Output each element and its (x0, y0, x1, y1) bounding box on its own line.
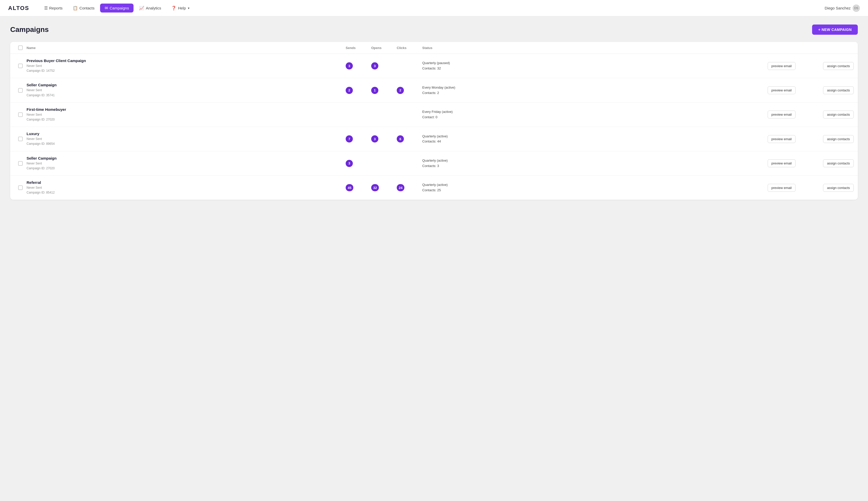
campaign-id-1: Campaign ID: 35741 (26, 93, 346, 98)
avatar: DS (853, 4, 860, 12)
opens-cell-1: 1 (371, 87, 397, 94)
campaign-id-0: Campaign ID: 14752 (26, 68, 346, 73)
status-cell-0: Quarterly (paused) Contacts: 32 (422, 61, 741, 71)
campaign-name-5: Referral (26, 180, 346, 185)
nav-item-analytics[interactable]: 📈 Analytics (134, 3, 166, 12)
preview-email-button-1[interactable]: preview email (768, 86, 795, 94)
select-all-checkbox[interactable] (18, 45, 23, 50)
sends-badge-5: 45 (346, 184, 353, 191)
nav-item-help[interactable]: ❓ Help ▾ (167, 3, 194, 12)
status-line1-1: Every Monday (active) (422, 85, 741, 90)
campaign-name-4: Seller Campaign (26, 156, 346, 160)
clicks-cell-1: 2 (397, 87, 422, 94)
nav-item-campaigns[interactable]: ✉ Campaigns (100, 3, 133, 12)
assign-contacts-button-4[interactable]: assign contacts (823, 159, 854, 167)
status-line1-2: Every Friday (active) (422, 109, 741, 115)
opens-cell-5: 32 (371, 184, 397, 191)
status-line2-3: Contacts: 44 (422, 139, 741, 144)
sends-badge-0: 3 (346, 62, 353, 70)
clicks-cell-3: 6 (397, 135, 422, 142)
page-title: Campaigns (10, 25, 49, 34)
opens-badge-1: 1 (371, 87, 378, 94)
status-cell-4: Quarterly (active) Contacts: 3 (422, 158, 741, 169)
opens-badge-5: 32 (371, 184, 379, 191)
status-line1-3: Quarterly (active) (422, 134, 741, 139)
preview-email-button-3[interactable]: preview email (768, 135, 795, 143)
table-row: Previous Buyer Client Campaign Never Sen… (10, 54, 858, 78)
new-campaign-button[interactable]: + NEW CAMPAIGN (812, 24, 858, 35)
preview-email-button-0[interactable]: preview email (768, 62, 795, 70)
row-checkbox-5[interactable] (18, 185, 23, 190)
reports-icon: ☰ (44, 6, 48, 10)
campaign-info-2: First-time Homebuyer Never Sent Campaign… (26, 107, 346, 122)
assign-contacts-button-1[interactable]: assign contacts (823, 86, 854, 94)
status-line2-4: Contacts: 3 (422, 163, 741, 169)
clicks-badge-1: 2 (397, 87, 404, 94)
assign-contacts-button-2[interactable]: assign contacts (823, 110, 854, 118)
assign-contacts-button-0[interactable]: assign contacts (823, 62, 854, 70)
col-name: Name (26, 46, 346, 50)
chevron-down-icon: ▾ (188, 7, 189, 10)
nav-label-campaigns: Campaigns (109, 6, 129, 10)
campaign-id-4: Campaign ID: 27020 (26, 166, 346, 171)
table-header-row: Name Sends Opens Clicks Status (10, 42, 858, 54)
status-line1-0: Quarterly (paused) (422, 61, 741, 66)
sends-cell-5: 45 (346, 184, 371, 191)
nav-item-reports[interactable]: ☰ Reports (40, 3, 67, 12)
campaign-id-5: Campaign ID: 85412 (26, 190, 346, 195)
campaign-info-3: Luxury Never Sent Campaign ID: 89654 (26, 131, 346, 146)
campaign-sub1-1: Never Sent (26, 88, 346, 93)
nav-links: ☰ Reports 📋 Contacts ✉ Campaigns 📈 Analy… (40, 3, 825, 12)
row-checkbox-4[interactable] (18, 161, 23, 166)
table-row: First-time Homebuyer Never Sent Campaign… (10, 103, 858, 127)
nav-label-contacts: Contacts (79, 6, 95, 10)
sends-cell-3: 7 (346, 135, 371, 142)
sends-badge-1: 2 (346, 87, 353, 94)
col-clicks: Clicks (397, 46, 422, 50)
nav-label-reports: Reports (49, 6, 63, 10)
assign-contacts-button-3[interactable]: assign contacts (823, 135, 854, 143)
nav-label-analytics: Analytics (146, 6, 161, 10)
row-checkbox-3[interactable] (18, 137, 23, 141)
status-line1-4: Quarterly (active) (422, 158, 741, 163)
campaign-info-1: Seller Campaign Never Sent Campaign ID: … (26, 83, 346, 97)
page-header: Campaigns + NEW CAMPAIGN (10, 24, 858, 35)
opens-cell-3: 3 (371, 135, 397, 142)
col-status: Status (422, 46, 741, 50)
table-row: Referral Never Sent Campaign ID: 85412 4… (10, 176, 858, 200)
preview-email-button-2[interactable]: preview email (768, 110, 795, 118)
sends-badge-3: 7 (346, 135, 353, 142)
row-checkbox-0[interactable] (18, 64, 23, 68)
status-cell-5: Quarterly (active) Contacts: 25 (422, 182, 741, 193)
help-icon: ❓ (171, 6, 176, 10)
clicks-badge-5: 24 (397, 184, 404, 191)
table-row: Seller Campaign Never Sent Campaign ID: … (10, 151, 858, 176)
user-menu[interactable]: Diego Sanchez DS (825, 4, 860, 12)
campaigns-icon: ✉ (105, 6, 108, 10)
row-checkbox-2[interactable] (18, 113, 23, 117)
nav-label-help: Help (178, 6, 186, 10)
assign-contacts-button-5[interactable]: assign contacts (823, 184, 854, 192)
opens-cell-0: 3 (371, 62, 397, 70)
campaign-sub1-2: Never Sent (26, 113, 346, 117)
campaign-id-2: Campaign ID: 27020 (26, 117, 346, 122)
status-line2-2: Contact: 0 (422, 115, 741, 120)
status-line1-5: Quarterly (active) (422, 182, 741, 188)
user-name: Diego Sanchez (825, 6, 851, 10)
campaign-name-3: Luxury (26, 131, 346, 136)
table-row: Luxury Never Sent Campaign ID: 89654 7 3… (10, 127, 858, 151)
opens-badge-0: 3 (371, 62, 378, 70)
sends-badge-4: 3 (346, 160, 353, 167)
preview-email-button-4[interactable]: preview email (768, 159, 795, 167)
status-line2-1: Contacts: 2 (422, 90, 741, 96)
campaign-info-5: Referral Never Sent Campaign ID: 85412 (26, 180, 346, 195)
col-opens: Opens (371, 46, 397, 50)
campaign-info-0: Previous Buyer Client Campaign Never Sen… (26, 58, 346, 73)
row-checkbox-1[interactable] (18, 88, 23, 93)
sends-cell-4: 3 (346, 160, 371, 167)
clicks-badge-3: 6 (397, 135, 404, 142)
preview-email-button-5[interactable]: preview email (768, 184, 795, 192)
campaign-name-1: Seller Campaign (26, 83, 346, 87)
nav-item-contacts[interactable]: 📋 Contacts (68, 3, 99, 12)
campaign-info-4: Seller Campaign Never Sent Campaign ID: … (26, 156, 346, 171)
